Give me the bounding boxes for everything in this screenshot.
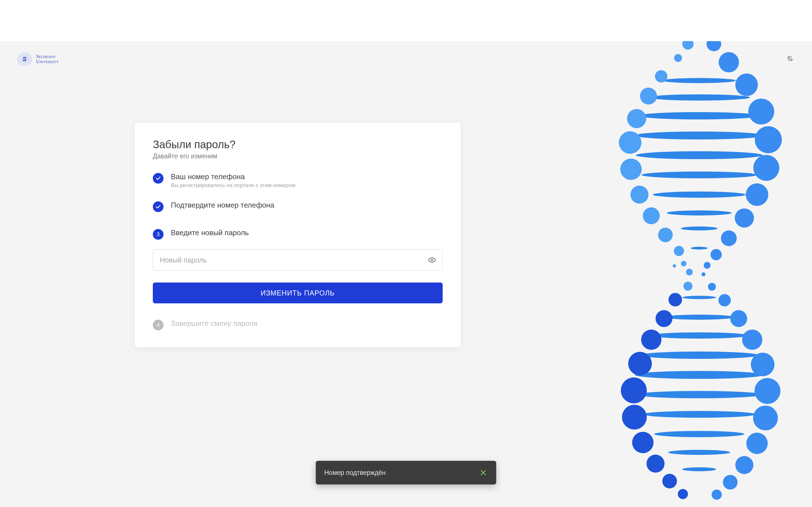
svg-point-15 xyxy=(650,332,749,339)
svg-point-20 xyxy=(654,431,744,437)
svg-point-70 xyxy=(712,490,722,500)
svg-point-47 xyxy=(704,262,711,269)
reset-password-card: Забыли пароль? Давайте его изменим Ваш н… xyxy=(135,123,461,347)
change-password-button[interactable]: ИЗМЕНИТЬ ПАРОЛЬ xyxy=(153,283,443,303)
svg-point-16 xyxy=(640,351,758,359)
step-title: Ваш номер телефона xyxy=(171,172,296,181)
new-password-input[interactable] xyxy=(153,249,443,271)
toggle-password-visibility-button[interactable] xyxy=(426,255,438,266)
step-number: 4 xyxy=(157,322,160,328)
svg-point-36 xyxy=(673,264,676,268)
svg-point-64 xyxy=(751,353,774,376)
svg-point-5 xyxy=(639,112,760,119)
step-confirm-phone: Подтвердите номер телефона xyxy=(153,201,443,212)
svg-point-37 xyxy=(707,41,721,51)
brand-line2: University xyxy=(36,59,59,64)
svg-point-28 xyxy=(619,131,642,154)
eye-icon xyxy=(428,256,436,264)
svg-point-56 xyxy=(632,432,654,453)
svg-point-13 xyxy=(682,296,716,299)
step-body: ИЗМЕНИТЬ ПАРОЛЬ xyxy=(153,249,443,303)
svg-point-62 xyxy=(730,310,747,327)
svg-point-10 xyxy=(667,210,732,216)
svg-point-41 xyxy=(755,126,782,153)
step-bullet-done xyxy=(153,202,163,212)
svg-point-8 xyxy=(642,172,757,178)
svg-point-18 xyxy=(637,391,762,398)
svg-point-65 xyxy=(755,378,780,404)
step-title: Завершите смену пароля xyxy=(171,319,257,328)
svg-point-4 xyxy=(649,94,750,101)
svg-point-55 xyxy=(622,405,647,430)
toast-message: Номер подтверждён xyxy=(324,469,386,476)
step-title: Подтвердите номер телефона xyxy=(171,201,274,210)
svg-point-42 xyxy=(753,155,779,181)
svg-point-22 xyxy=(682,467,716,471)
check-icon xyxy=(155,175,161,181)
close-icon xyxy=(479,469,487,476)
brand-line1: Sechenov xyxy=(36,54,59,59)
svg-point-30 xyxy=(630,186,649,204)
step-bullet-pending: 4 xyxy=(153,320,163,330)
svg-point-39 xyxy=(735,73,758,96)
toast-close-button[interactable] xyxy=(479,468,488,477)
svg-point-69 xyxy=(723,475,738,490)
svg-point-6 xyxy=(635,131,764,139)
svg-point-60 xyxy=(708,283,716,291)
svg-point-40 xyxy=(748,99,774,124)
svg-point-61 xyxy=(718,294,731,306)
svg-point-14 xyxy=(664,315,734,320)
step-title: Введите новый пароль xyxy=(171,228,249,237)
step-new-password: 3 Введите новый пароль xyxy=(153,228,443,240)
svg-point-59 xyxy=(678,489,688,499)
theme-toggle-button[interactable] xyxy=(784,54,795,65)
svg-point-68 xyxy=(735,456,753,474)
svg-point-43 xyxy=(746,183,768,206)
svg-point-3 xyxy=(663,78,736,83)
svg-point-63 xyxy=(742,330,762,350)
card-title: Забыли пароль? xyxy=(153,138,443,151)
svg-point-54 xyxy=(621,378,647,403)
step-finish: 4 Завершите смену пароля xyxy=(153,319,443,330)
brand-logo-mark xyxy=(17,52,32,66)
svg-point-33 xyxy=(674,246,684,256)
step-phone: Ваш номер телефона Вы регистрировались н… xyxy=(153,172,443,188)
svg-point-29 xyxy=(620,159,642,180)
svg-point-48 xyxy=(702,272,705,276)
svg-point-12 xyxy=(691,247,708,249)
brand-logo[interactable]: Sechenov University xyxy=(17,52,59,66)
svg-point-32 xyxy=(658,228,673,242)
svg-point-0 xyxy=(431,259,433,261)
svg-point-9 xyxy=(653,191,746,198)
svg-point-19 xyxy=(643,411,756,418)
svg-point-49 xyxy=(683,282,693,291)
svg-point-50 xyxy=(668,293,682,306)
svg-point-44 xyxy=(735,209,754,228)
step-desc: Вы регистрировались на портале с этим но… xyxy=(171,182,296,188)
svg-point-17 xyxy=(635,371,763,379)
svg-point-46 xyxy=(711,249,722,260)
svg-point-27 xyxy=(627,109,646,128)
card-subtitle: Давайте его изменим xyxy=(153,152,443,160)
svg-point-7 xyxy=(636,151,763,159)
svg-point-53 xyxy=(628,352,652,376)
step-number: 3 xyxy=(157,231,160,237)
svg-point-31 xyxy=(643,207,660,224)
svg-point-45 xyxy=(721,230,737,246)
toast-phone-confirmed: Номер подтверждён xyxy=(316,461,496,485)
svg-point-57 xyxy=(647,455,665,473)
step-bullet-active: 3 xyxy=(153,229,163,240)
svg-point-26 xyxy=(640,88,657,105)
svg-point-11 xyxy=(681,226,718,230)
check-icon xyxy=(155,204,161,210)
brand-logo-text: Sechenov University xyxy=(36,54,59,64)
svg-point-52 xyxy=(641,330,661,350)
moon-icon xyxy=(785,55,794,63)
svg-point-58 xyxy=(662,474,677,489)
svg-point-25 xyxy=(655,70,667,82)
svg-point-66 xyxy=(753,406,778,431)
svg-point-23 xyxy=(682,41,694,50)
svg-point-35 xyxy=(686,269,693,276)
step-bullet-done xyxy=(153,173,163,184)
svg-point-51 xyxy=(656,310,672,327)
